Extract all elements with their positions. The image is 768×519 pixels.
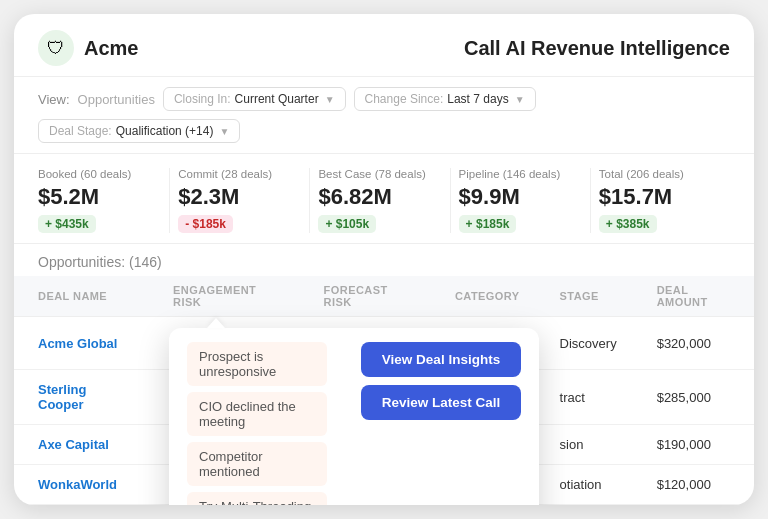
metric-item: Booked (60 deals) $5.2M + $435k [38,168,170,233]
logo-icon: 🛡 [38,30,74,66]
col-stage: Stage [536,276,633,317]
popup-item: Competitor mentioned [187,442,327,486]
metric-change: + $385k [599,215,657,233]
metric-label: Best Case (78 deals) [318,168,441,180]
main-card: 🛡 Acme Call AI Revenue Intelligence View… [14,14,754,505]
metric-value: $5.2M [38,184,161,210]
header-left: 🛡 Acme [38,30,138,66]
stage-cell: sion [536,425,633,465]
metric-item: Pipeline (146 deals) $9.9M + $185k [451,168,591,233]
popup-actions: View Deal Insights Review Latest Call [361,342,521,420]
metric-value: $6.82M [318,184,441,210]
metric-label: Commit (28 deals) [178,168,301,180]
metric-value: $15.7M [599,184,722,210]
metrics-row: Booked (60 deals) $5.2M + $435k Commit (… [14,154,754,244]
metric-label: Pipeline (146 deals) [459,168,582,180]
popup-items: Prospect is unresponsiveCIO declined the… [187,342,327,505]
table-header-row: Deal Name Engagement Risk Forecast Risk … [14,276,754,317]
company-name: Acme [84,37,138,60]
metric-change: + $105k [318,215,376,233]
deal-name-cell[interactable]: WonkaWorld [14,465,149,505]
closing-filter[interactable]: Closing In: Current Quarter ▼ [163,87,346,111]
filters-bar: View: Opportunities Closing In: Current … [14,77,754,154]
metric-value: $2.3M [178,184,301,210]
deal-name[interactable]: WonkaWorld [38,477,117,492]
amount-cell: $120,000 [633,465,754,505]
deal-name-cell[interactable]: Sterling Cooper [14,370,149,425]
metric-label: Total (206 deals) [599,168,722,180]
change-filter[interactable]: Change Since: Last 7 days ▼ [354,87,536,111]
table-wrap: Deal Name Engagement Risk Forecast Risk … [14,276,754,505]
review-latest-call-button[interactable]: Review Latest Call [361,385,521,420]
product-title: Call AI Revenue Intelligence [464,37,730,60]
chevron-down-icon: ▼ [219,126,229,137]
metric-item: Commit (28 deals) $2.3M - $185k [170,168,310,233]
metric-change: + $185k [459,215,517,233]
metric-label: Booked (60 deals) [38,168,161,180]
deal-name-cell[interactable]: Axe Capital [14,425,149,465]
popup-item: CIO declined the meeting [187,392,327,436]
chevron-down-icon: ▼ [515,94,525,105]
amount-cell: $190,000 [633,425,754,465]
deal-name-cell[interactable]: Acme Global [14,317,149,370]
metric-item: Total (206 deals) $15.7M + $385k [591,168,730,233]
amount-cell: $320,000 [633,317,754,370]
stage-cell: Discovery [536,317,633,370]
popup-item: Prospect is unresponsive [187,342,327,386]
col-forecast-risk: Forecast Risk [300,276,431,317]
metric-change: - $185k [178,215,233,233]
header: 🛡 Acme Call AI Revenue Intelligence [14,14,754,77]
opportunities-header: Opportunities: (146) [14,244,754,276]
col-deal-amount: Deal Amount [633,276,754,317]
deal-name[interactable]: Acme Global [38,336,117,351]
metric-change: + $435k [38,215,96,233]
view-value: Opportunities [78,92,155,107]
col-deal-name: Deal Name [14,276,149,317]
metric-item: Best Case (78 deals) $6.82M + $105k [310,168,450,233]
stage-filter[interactable]: Deal Stage: Qualification (+14) ▼ [38,119,240,143]
stage-cell: otiation [536,465,633,505]
popup-row: Prospect is unresponsiveCIO declined the… [187,342,521,505]
view-deal-insights-button[interactable]: View Deal Insights [361,342,521,377]
col-category: Category [431,276,536,317]
deal-name[interactable]: Axe Capital [38,437,109,452]
amount-cell: $285,000 [633,370,754,425]
deal-popup: Prospect is unresponsiveCIO declined the… [169,328,539,505]
col-engagement-risk: Engagement Risk [149,276,300,317]
popup-item: Try Multi-Threading [187,492,327,505]
metric-value: $9.9M [459,184,582,210]
chevron-down-icon: ▼ [325,94,335,105]
view-label: View: [38,92,70,107]
deal-name[interactable]: Sterling Cooper [38,382,86,412]
stage-cell: tract [536,370,633,425]
